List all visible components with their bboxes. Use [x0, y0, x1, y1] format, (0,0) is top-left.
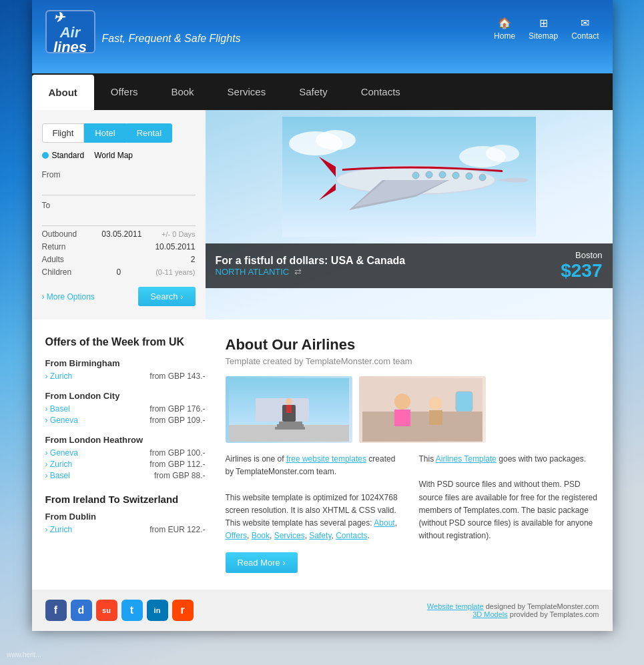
facebook-icon[interactable]: f [45, 600, 67, 621]
offer-group-dublin: From Dublin Zurich from EUR 122.- [45, 512, 206, 534]
offer-link-basel-1[interactable]: Basel [45, 404, 70, 414]
offer-link-zurich-0[interactable]: Zurich [45, 372, 73, 381]
offer-group-londoncity: From London City Basel from GBP 176.- Ge… [45, 391, 206, 425]
offer-group-title-1: From London City [45, 391, 206, 401]
main-about-content: About Our Airlines Template created by T… [226, 336, 599, 573]
exchange-icon: ⇄ [294, 267, 302, 277]
offers-link[interactable]: Offers [226, 531, 247, 540]
tab-flight[interactable]: Flight [42, 123, 85, 143]
footer-credit2-text: provided by Templates.com [508, 610, 599, 618]
offer-price-1b: from GBP 109.- [149, 416, 205, 425]
delicious-icon[interactable]: d [71, 600, 92, 621]
offer-price-2b: from GBP 112.- [149, 460, 205, 469]
offer-link-basel-2[interactable]: Basel [45, 471, 70, 480]
nav-about[interactable]: About [32, 75, 94, 110]
website-template-link[interactable]: Website template [427, 602, 484, 610]
linkedin-icon[interactable]: in [147, 600, 168, 621]
more-options-link[interactable]: More Options [42, 292, 95, 301]
hero-city: Boston [561, 250, 602, 260]
tagline: Fast, Frequent & Safe Flights [102, 33, 241, 45]
services-link[interactable]: Services [274, 531, 305, 540]
offer-group-title-0: From Birmingham [45, 358, 206, 368]
offer-item: Zurich from GBP 143.- [45, 372, 206, 381]
return-value: 10.05.2011 [155, 242, 195, 251]
nav-contact[interactable]: ✉ Contact [571, 17, 599, 41]
nav-sitemap[interactable]: ⊞ Sitemap [529, 17, 558, 41]
svg-point-11 [466, 173, 472, 179]
logo-text: Air lines [53, 25, 87, 54]
svg-rect-28 [456, 392, 472, 412]
sitemap-icon: ⊞ [539, 17, 548, 29]
radio-worldmap-label: World Map [94, 151, 133, 160]
3d-models-link[interactable]: 3D Models [472, 610, 508, 618]
nav-safety[interactable]: Safety [282, 73, 344, 110]
nav-book[interactable]: Book [154, 73, 210, 110]
offer-link-geneva-1[interactable]: Geneva [45, 416, 78, 425]
svg-rect-27 [429, 410, 442, 425]
svg-point-10 [452, 172, 459, 179]
offer-item: Zurich from GBP 112.- [45, 460, 206, 469]
svg-rect-17 [279, 422, 302, 424]
search-form: From To Outbound 03.05.2011 +/- 0 Days R… [42, 170, 196, 306]
home-icon: 🏠 [498, 17, 511, 29]
hero-subtitle: NORTH ATLANTIC ⇄ [216, 267, 406, 277]
watermark: www.herit... [7, 651, 41, 658]
to-input[interactable] [42, 212, 196, 226]
offer-price-1a: from GBP 176.- [149, 404, 205, 414]
svg-rect-19 [275, 427, 305, 430]
about-title: About Our Airlines [226, 336, 599, 354]
offer-link-zurich-2[interactable]: Zurich [45, 460, 73, 469]
search-tabs: Flight Hotel Rental [42, 123, 196, 143]
book-link[interactable]: Book [252, 531, 270, 540]
svg-point-12 [479, 174, 486, 181]
svg-point-7 [412, 172, 419, 179]
footer: f d su t in r Website template designed … [32, 590, 613, 631]
about-link[interactable]: About [374, 518, 394, 528]
logo-box: ✈ Air lines [45, 10, 95, 53]
offer-item: Geneva from GBP 100.- [45, 448, 206, 458]
hero-plane [206, 110, 613, 243]
offer-group-title-3: From Dublin [45, 512, 206, 522]
contacts-link[interactable]: Contacts [336, 531, 367, 540]
free-templates-link[interactable]: free website templates [286, 454, 366, 464]
hero-subtitle-text: NORTH ATLANTIC [216, 267, 290, 277]
tab-rental[interactable]: Rental [126, 123, 173, 143]
read-more-button[interactable]: Read More › [226, 552, 298, 573]
logo-area: ✈ Air lines Fast, Frequent & Safe Flight… [45, 10, 241, 53]
nav-offers[interactable]: Offers [94, 73, 155, 110]
offer-price-2a: from GBP 100.- [149, 448, 205, 458]
reddit-icon[interactable]: r [172, 600, 194, 621]
offers-section2-title: From Ireland To Switzerland [45, 494, 206, 505]
offer-group-birmingham: From Birmingham Zurich from GBP 143.- [45, 358, 206, 381]
tab-hotel[interactable]: Hotel [84, 123, 125, 143]
footer-links: Website template designed by TemplateMon… [427, 602, 599, 618]
offer-item: Basel from GBP 176.- [45, 404, 206, 414]
radio-dot-standard [42, 152, 49, 159]
radio-standard[interactable]: Standard [42, 151, 85, 160]
main-nav: About Offers Book Services Safety Contac… [32, 73, 613, 110]
stumbleupon-icon[interactable]: su [96, 600, 117, 621]
search-button[interactable]: Search [138, 287, 195, 306]
nav-contacts[interactable]: Contacts [344, 73, 417, 110]
nav-services[interactable]: Services [211, 73, 283, 110]
safety-link[interactable]: Safety [309, 531, 331, 540]
footer-credit-1: Website template designed by TemplateMon… [427, 602, 599, 610]
children-label: Children [42, 267, 82, 277]
radio-worldmap[interactable]: World Map [94, 151, 133, 160]
airlines-template-link[interactable]: Airlines Template [436, 454, 497, 464]
outbound-hint: +/- 0 Days [162, 230, 195, 238]
hero-banner: For a fistful of dollars: USA & Canada N… [206, 243, 613, 288]
offer-link-geneva-2[interactable]: Geneva [45, 448, 78, 458]
twitter-icon[interactable]: t [121, 600, 143, 621]
svg-point-9 [439, 171, 446, 178]
offers-sidebar: Offers of the Week from UK From Birmingh… [45, 336, 206, 573]
svg-rect-25 [394, 410, 410, 426]
outbound-value: 03.05.2011 [101, 229, 141, 239]
offer-link-zurich-3[interactable]: Zurich [45, 525, 73, 534]
offer-price-3: from EUR 122.- [149, 525, 205, 534]
nav-home[interactable]: 🏠 Home [494, 17, 515, 41]
outbound-label: Outbound [42, 229, 82, 239]
from-input[interactable] [42, 181, 196, 195]
adults-value: 2 [191, 255, 196, 264]
about-col-right: This Airlines Template goes with two pac… [419, 453, 599, 542]
